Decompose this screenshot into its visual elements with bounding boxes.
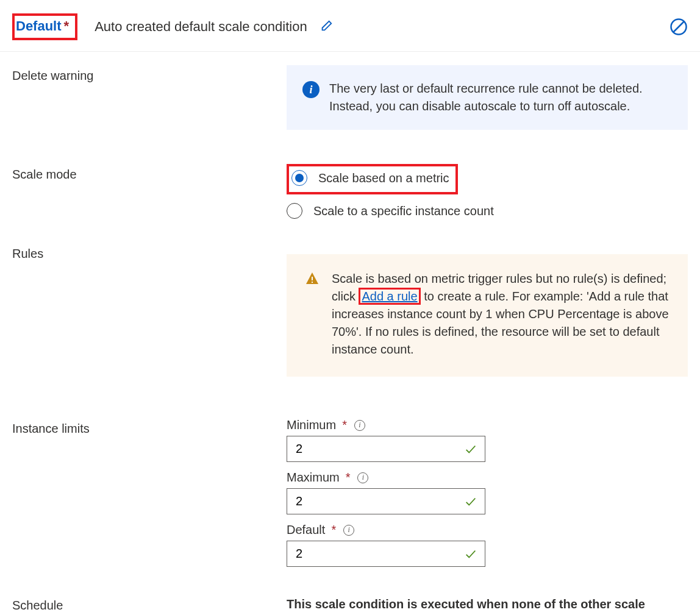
label-schedule: Schedule	[12, 595, 287, 613]
minimum-label-text: Minimum	[287, 418, 336, 432]
label-instance-limits: Instance limits	[12, 418, 287, 436]
minimum-input[interactable]	[295, 441, 464, 457]
radio-scale-metric-highlight: Scale based on a metric	[287, 164, 458, 194]
row-delete-warning: Delete warning i The very last or defaul…	[0, 52, 700, 130]
add-rule-link[interactable]: Add a rule	[362, 290, 417, 303]
delete-disabled-icon	[670, 18, 688, 36]
maximum-input-wrapper	[287, 488, 485, 514]
maximum-input[interactable]	[295, 494, 464, 509]
required-asterisk: *	[346, 471, 351, 485]
edit-icon[interactable]	[320, 20, 333, 33]
svg-rect-2	[312, 277, 313, 280]
maximum-label: Maximum * i	[287, 471, 688, 485]
rules-warning-banner: Scale is based on metric trigger rules b…	[287, 254, 688, 377]
delete-warning-text: The very last or default recurrence rule…	[329, 80, 672, 115]
header: Default * Auto created default scale con…	[0, 0, 700, 52]
condition-subtitle: Auto created default scale condition	[95, 19, 670, 35]
condition-title: Default *	[12, 13, 77, 40]
info-icon[interactable]: i	[343, 525, 354, 536]
required-asterisk: *	[331, 523, 336, 537]
default-input[interactable]	[295, 546, 464, 561]
minimum-input-wrapper	[287, 436, 485, 462]
radio-scale-count[interactable]: Scale to a specific instance count	[287, 203, 688, 219]
default-input-wrapper	[287, 541, 485, 567]
condition-subtitle-text: Auto created default scale condition	[95, 19, 307, 34]
maximum-label-text: Maximum	[287, 471, 340, 485]
minimum-label: Minimum * i	[287, 418, 688, 432]
default-label: Default * i	[287, 523, 688, 537]
condition-title-text: Default	[16, 18, 62, 34]
radio-scale-metric-label: Scale based on a metric	[318, 171, 449, 185]
warning-icon	[305, 271, 321, 358]
row-schedule: Schedule This scale condition is execute…	[0, 575, 700, 615]
row-scale-mode: Scale mode Scale based on a metric Scale…	[0, 130, 700, 227]
row-instance-limits: Instance limits Minimum * i Maximum * i …	[0, 377, 700, 575]
label-scale-mode: Scale mode	[12, 164, 287, 182]
delete-warning-banner: i The very last or default recurrence ru…	[287, 65, 688, 130]
radio-scale-metric[interactable]: Scale based on a metric	[291, 170, 449, 186]
info-icon: i	[302, 81, 320, 98]
svg-line-1	[673, 21, 684, 32]
required-asterisk: *	[64, 18, 70, 34]
label-delete-warning: Delete warning	[12, 65, 287, 83]
radio-icon	[291, 170, 307, 186]
rules-warning-text: Scale is based on metric trigger rules b…	[332, 270, 670, 358]
svg-rect-3	[312, 282, 313, 283]
schedule-text: This scale condition is executed when no…	[287, 595, 688, 615]
check-icon	[464, 495, 477, 508]
radio-icon	[287, 203, 302, 219]
default-label-text: Default	[287, 523, 325, 537]
add-rule-highlight: Add a rule	[359, 288, 420, 305]
radio-scale-count-label: Scale to a specific instance count	[313, 204, 494, 218]
info-icon[interactable]: i	[354, 420, 365, 431]
check-icon	[464, 443, 477, 456]
info-icon[interactable]: i	[357, 472, 368, 483]
required-asterisk: *	[342, 418, 347, 432]
check-icon	[464, 547, 477, 561]
row-rules: Rules Scale is based on metric trigger r…	[0, 227, 700, 377]
label-rules: Rules	[12, 243, 287, 261]
radio-scale-metric-wrapper: Scale based on a metric	[287, 164, 688, 194]
